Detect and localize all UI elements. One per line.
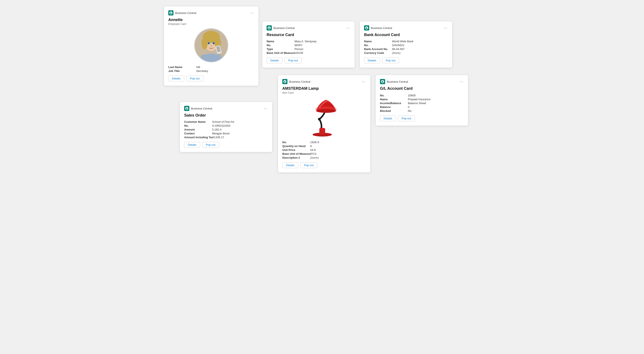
sales-fields: Customer Name School of Fine Art No. S-O… <box>184 120 268 139</box>
field-value-bank-acctno: 99-44-567 <box>392 48 405 51</box>
field-row-res-name: Name Mary A. Dempsey <box>266 40 350 43</box>
field-value-res-no: MARY <box>294 44 302 47</box>
field-row-lastname: Last Name Hill <box>168 66 254 69</box>
item-details-button[interactable]: Details <box>282 162 298 168</box>
bank-fields: Name World Wide Bank No. SAVINGS Bank Ac… <box>364 40 448 54</box>
gl-card: Business Central ··· G/L Account Card No… <box>376 75 468 126</box>
bank-details-button[interactable]: Details <box>364 58 380 63</box>
bank-popout-button[interactable]: Pop out <box>382 58 399 63</box>
field-label-gl-name: Name <box>380 98 408 101</box>
svg-point-22 <box>316 109 336 113</box>
employee-subtitle: Employee Card <box>168 22 254 26</box>
field-value-sales-no: S-ORD101003 <box>212 124 230 127</box>
field-row-res-no: No. MARY <box>266 44 350 47</box>
more-options-bank[interactable]: ··· <box>443 26 448 30</box>
bank-title: Bank Account Card <box>364 33 448 37</box>
bc-icon-sales <box>184 106 189 111</box>
field-value-gl-blocked: No <box>408 109 412 112</box>
field-value-res-uom: HOUR <box>295 51 303 54</box>
gl-title: G/L Account Card <box>380 86 464 91</box>
field-label-bank-no: No. <box>364 44 392 47</box>
field-row-gl-blocked: Blocked No <box>380 109 464 112</box>
field-value-gl-no: 10600 <box>408 94 416 97</box>
bc-icon-employee <box>168 10 174 16</box>
employee-title: Annette <box>168 18 254 22</box>
bc-icon-resource <box>266 25 272 30</box>
field-label-bank-name: Name <box>364 40 392 43</box>
sales-title: Sales Order <box>184 113 268 118</box>
gl-details-button[interactable]: Details <box>380 116 396 121</box>
svg-rect-14 <box>201 54 222 62</box>
field-label-bank-acctno: Bank Account No. <box>364 48 392 51</box>
field-row-jobtitle: Job Title Secretary <box>168 69 254 72</box>
more-options-resource[interactable]: ··· <box>346 26 350 30</box>
resource-card: Business Central ··· Resource Card Name … <box>262 22 355 68</box>
field-label-gl-blocked: Blocked <box>380 109 408 112</box>
gl-fields: No. 10600 Name Prepaid Insurance Income/… <box>380 94 464 112</box>
employee-details-button[interactable]: Details <box>168 76 184 81</box>
field-value-lastname: Hill <box>196 66 200 69</box>
field-value-sales-amttax: 5,545.17 <box>214 136 224 139</box>
employee-avatar-container <box>168 28 254 62</box>
field-row-item-uom: Base Unit of Measure PCS <box>282 152 366 156</box>
item-popout-button[interactable]: Pop out <box>300 162 317 168</box>
field-value-item-uom: PCS <box>310 152 316 156</box>
bc-icon-item <box>282 79 288 84</box>
field-value-res-type: Person <box>294 48 303 51</box>
more-options-employee[interactable]: ··· <box>249 10 254 15</box>
field-value-res-name: Mary A. Dempsey <box>294 40 317 43</box>
item-buttons: Details Pop out <box>282 162 366 168</box>
field-value-sales-contact: Meagan Bond <box>212 132 230 135</box>
field-label-item-uom: Base Unit of Measure <box>282 152 310 156</box>
bc-icon-gl <box>380 79 385 84</box>
resource-title: Resource Card <box>266 33 350 37</box>
card-header-resource: Business Central ··· <box>266 25 350 30</box>
svg-point-21 <box>320 128 325 130</box>
field-row-sales-amttax: Amount Including Tax 5,545.17 <box>184 136 268 139</box>
field-value-bank-name: World Wide Bank <box>392 40 414 43</box>
field-row-gl-name: Name Prepaid Insurance <box>380 98 464 101</box>
field-row-sales-contact: Contact Meagan Bond <box>184 132 268 135</box>
more-options-item[interactable]: ··· <box>361 79 366 84</box>
bc-icon-bank <box>364 25 369 30</box>
field-row-gl-incbal: Income/Balance Balance Sheet <box>380 102 464 105</box>
field-label-jobtitle: Job Title <box>168 69 196 72</box>
resource-buttons: Details Pop out <box>266 58 350 63</box>
gl-popout-button[interactable]: Pop out <box>398 116 415 121</box>
bc-label-item: Business Central <box>289 80 310 83</box>
field-row-bank-currency: Currency Code (blank) <box>364 51 448 54</box>
resource-details-button[interactable]: Details <box>266 58 282 63</box>
field-value-item-desc2: (blank) <box>310 156 319 159</box>
field-value-gl-name: Prepaid Insurance <box>408 98 430 101</box>
field-row-item-desc2: Description 2 (blank) <box>282 156 366 159</box>
field-row-res-uom: Base Unit of Measure HOUR <box>266 51 350 54</box>
bc-label-bank: Business Central <box>371 26 392 30</box>
employee-card: Business Central ··· Annette Employee Ca… <box>164 6 258 86</box>
item-card: Business Central ··· AMSTERDAM Lamp Item… <box>278 75 370 172</box>
field-row-item-no: No. 1928-S <box>282 140 366 144</box>
svg-point-8 <box>208 42 210 44</box>
field-row-gl-balance: Balance 0 <box>380 106 464 109</box>
field-label-lastname: Last Name <box>168 66 196 69</box>
more-options-sales[interactable]: ··· <box>263 106 268 111</box>
field-value-bank-currency: (blank) <box>392 51 400 54</box>
more-options-gl[interactable]: ··· <box>459 79 464 84</box>
resource-fields: Name Mary A. Dempsey No. MARY Type Perso… <box>266 40 350 54</box>
field-value-jobtitle: Secretary <box>196 69 208 72</box>
field-label-item-no: No. <box>282 140 310 144</box>
sales-popout-button[interactable]: Pop out <box>202 142 219 148</box>
employee-popout-button[interactable]: Pop out <box>186 76 203 81</box>
field-label-res-no: No. <box>266 44 294 47</box>
sales-card: Business Central ··· Sales Order Custome… <box>180 102 272 152</box>
employee-avatar <box>194 28 228 62</box>
field-row-sales-custname: Customer Name School of Fine Art <box>184 120 268 124</box>
sales-details-button[interactable]: Details <box>184 142 200 148</box>
resource-popout-button[interactable]: Pop out <box>285 58 302 63</box>
field-row-sales-no: No. S-ORD101003 <box>184 124 268 127</box>
field-label-item-qty: Quantity on Hand <box>282 144 310 148</box>
employee-fields: Last Name Hill Job Title Secretary <box>168 66 254 72</box>
field-label-gl-incbal: Income/Balance <box>380 102 408 105</box>
item-fields: No. 1928-S Quantity on Hand 8 Unit Price… <box>282 140 366 159</box>
field-label-res-type: Type <box>266 48 294 51</box>
field-value-gl-incbal: Balance Sheet <box>408 102 426 105</box>
